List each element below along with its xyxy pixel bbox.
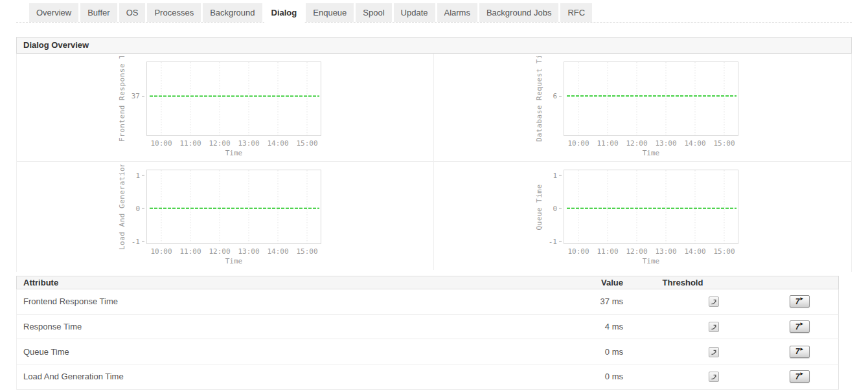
x-tick-label: 10:00 <box>567 247 589 256</box>
chart-plot: Queue Time Time 10-110:0011:0012:0013:00… <box>564 170 738 244</box>
table-body: Frontend Response Time37 ms7▶Response Ti… <box>16 289 839 390</box>
attribute-name: Response Time <box>17 322 534 331</box>
table-header-row: Attribute Value Threshold <box>16 276 839 289</box>
y-tick-label: 0 <box>553 204 562 212</box>
table-row-queue-time: Queue Time0 ms7▶ <box>16 339 839 364</box>
tab-enqueue[interactable]: Enqueue <box>306 3 354 22</box>
play-triangle-icon: ▶ <box>801 346 804 351</box>
x-axis-label: Time <box>225 149 243 157</box>
y-axis-label: Database Request Time <box>535 56 543 142</box>
x-tick-label: 13:00 <box>238 247 259 256</box>
x-tick-label: 12:00 <box>209 247 230 256</box>
history-7-days-button[interactable]: 7▶ <box>790 346 810 358</box>
x-tick-label: 11:00 <box>597 247 618 256</box>
x-tick-label: 14:00 <box>267 139 288 148</box>
chart-database-request-time: Database Request Time Time 610:0011:0012… <box>434 54 851 162</box>
x-tick-label: 11:00 <box>179 139 201 148</box>
attribute-table: Attribute Value Threshold Frontend Respo… <box>16 276 839 390</box>
panel-title: Dialog Overview <box>16 37 852 54</box>
curved-arrow-up-right-icon <box>710 373 718 381</box>
chart-plot: Database Request Time Time 610:0011:0012… <box>564 61 738 136</box>
y-axis-label: Frontend Response Time <box>118 56 126 142</box>
tab-background-jobs[interactable]: Background Jobs <box>479 3 558 22</box>
history-days-count: 7 <box>795 322 800 331</box>
history-7-days-button[interactable]: 7▶ <box>790 320 810 333</box>
history-days-count: 7 <box>795 297 800 306</box>
x-tick-label: 15:00 <box>296 139 317 148</box>
y-tick-label: 1 <box>553 171 562 179</box>
table-row-load-and-generation-time: Load And Generation Time0 ms7▶ <box>16 364 839 390</box>
curved-arrow-up-right-icon <box>710 323 718 331</box>
y-axis-label: Load And Generation Time <box>118 164 126 250</box>
threshold-cell <box>631 346 760 357</box>
attribute-value: 37 ms <box>534 296 631 306</box>
tab-background[interactable]: Background <box>203 3 262 22</box>
chart-plot: Frontend Response Time Time 3710:0011:00… <box>146 61 321 136</box>
y-tick-label: -1 <box>549 237 562 245</box>
threshold-config-button[interactable] <box>709 322 719 332</box>
x-tick-label: 12:00 <box>626 139 647 148</box>
x-tick-label: 10:00 <box>150 139 172 148</box>
col-header-value: Value <box>534 278 631 287</box>
col-header-attribute: Attribute <box>17 278 534 287</box>
tab-os[interactable]: OS <box>119 3 146 22</box>
history-days-count: 7 <box>795 372 800 381</box>
threshold-config-button[interactable] <box>709 296 719 307</box>
x-tick-label: 13:00 <box>655 247 676 256</box>
tab-rfc[interactable]: RFC <box>560 3 592 22</box>
x-axis-label: Time <box>643 149 660 157</box>
x-tick-label: 15:00 <box>713 139 735 148</box>
play-triangle-icon: ▶ <box>801 321 804 326</box>
x-tick-label: 12:00 <box>626 247 647 256</box>
x-tick-label: 14:00 <box>684 139 705 148</box>
chart-frontend-response-time: Frontend Response Time Time 3710:0011:00… <box>17 54 434 162</box>
attribute-name: Load And Generation Time <box>17 372 534 381</box>
x-tick-label: 10:00 <box>567 139 589 148</box>
y-tick-label: 0 <box>135 204 144 212</box>
attribute-value: 0 ms <box>534 372 631 381</box>
x-tick-label: 15:00 <box>296 247 317 256</box>
threshold-config-button[interactable] <box>709 347 719 357</box>
x-tick-label: 13:00 <box>238 139 259 148</box>
tab-bar: OverviewBufferOSProcessesBackgroundDialo… <box>16 3 852 23</box>
threshold-cell <box>631 321 760 332</box>
attribute-name: Queue Time <box>17 347 534 357</box>
history-cell: 7▶ <box>760 346 838 358</box>
tab-dialog[interactable]: Dialog <box>264 3 304 26</box>
chart-queue-time: Queue Time Time 10-110:0011:0012:0013:00… <box>434 162 851 270</box>
x-tick-label: 10:00 <box>150 247 172 256</box>
curved-arrow-up-right-icon <box>710 348 718 356</box>
attribute-value: 0 ms <box>534 347 631 357</box>
threshold-cell <box>631 296 760 307</box>
x-tick-label: 11:00 <box>597 139 618 148</box>
tab-spool[interactable]: Spool <box>356 3 391 22</box>
play-triangle-icon: ▶ <box>801 296 804 300</box>
tab-overview[interactable]: Overview <box>29 3 78 22</box>
history-7-days-button[interactable]: 7▶ <box>790 295 810 307</box>
curved-arrow-up-right-icon <box>710 298 718 306</box>
table-row-frontend-response-time: Frontend Response Time37 ms7▶ <box>16 289 839 315</box>
x-axis-label: Time <box>225 257 243 265</box>
chart-load-and-generation-time: Load And Generation Time Time 10-110:001… <box>17 162 434 270</box>
tab-alarms[interactable]: Alarms <box>437 3 477 22</box>
y-tick-label: 37 <box>131 92 144 100</box>
history-7-days-button[interactable]: 7▶ <box>790 370 810 383</box>
history-cell: 7▶ <box>760 370 838 383</box>
tab-buffer[interactable]: Buffer <box>80 3 117 22</box>
col-header-threshold: Threshold <box>631 278 760 287</box>
x-tick-label: 14:00 <box>267 247 288 256</box>
table-row-response-time: Response Time4 ms7▶ <box>16 315 839 340</box>
tab-processes[interactable]: Processes <box>147 3 201 22</box>
tab-update[interactable]: Update <box>394 3 435 22</box>
y-tick-label: -1 <box>131 237 144 245</box>
history-days-count: 7 <box>795 347 800 356</box>
y-axis-label: Queue Time <box>535 184 543 230</box>
x-tick-label: 14:00 <box>684 247 705 256</box>
x-tick-label: 13:00 <box>655 139 676 148</box>
history-cell: 7▶ <box>760 320 838 333</box>
threshold-config-button[interactable] <box>709 372 719 382</box>
attribute-value: 4 ms <box>534 322 631 331</box>
y-tick-label: 6 <box>553 92 562 100</box>
play-triangle-icon: ▶ <box>801 371 804 375</box>
chart-plot: Load And Generation Time Time 10-110:001… <box>146 170 321 244</box>
